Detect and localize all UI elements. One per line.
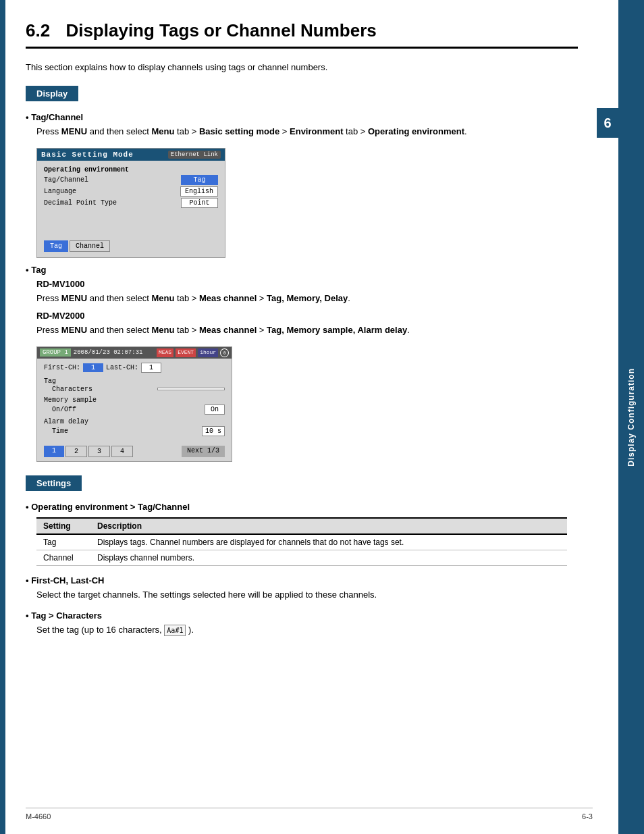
tag-chars-title: Tag > Characters (26, 610, 578, 621)
last-ch-label: Last-CH: (106, 364, 138, 371)
tag-mem-delay: Tag, Memory, Delay (267, 293, 348, 303)
bullet-tag: Tag RD-MV1000 Press MENU and then select… (26, 265, 578, 337)
meas-icon: MEAS (157, 348, 173, 357)
screen1-value-1[interactable]: Tag (181, 175, 218, 185)
memory-sample-label: Memory sample (44, 396, 225, 404)
bullet-tag-channel: Tag/Channel Press MENU and then select M… (26, 112, 578, 138)
first-ch-body: Select the target channels. The settings… (36, 588, 578, 602)
menu-bold-2: Menu (152, 126, 175, 136)
time-label: Time (52, 427, 202, 435)
screen1-row-3: Decimal Point Type Point (44, 198, 218, 208)
bullet-tag-channel-title: Tag/Channel (26, 112, 578, 122)
first-ch-label: First-CH: (44, 364, 80, 371)
section-title-text: Displaying Tags or Channel Numbers (65, 20, 376, 41)
circle-icon: ⊙ (220, 348, 229, 357)
screen2-tab-4[interactable]: 4 (111, 446, 133, 457)
tag-chars-bullet: Tag > Characters Set the tag (up to 16 c… (26, 610, 578, 637)
footer-left: M-4660 (26, 812, 51, 820)
display-badge: Display (26, 86, 78, 101)
bullet-tag-channel-body: Press MENU and then select Menu tab > Ba… (36, 125, 578, 138)
screen1-row-1: Tag/Channel Tag (44, 175, 218, 185)
footer: M-4660 6-3 (26, 808, 593, 820)
tag-chars-row: Characters (52, 386, 225, 393)
intro-text: This section explains how to display cha… (26, 62, 578, 72)
on-off-value[interactable]: On (205, 405, 225, 415)
tag-chars-body-end: ). (188, 625, 194, 635)
col-description: Description (90, 518, 567, 534)
screen1-label-3: Decimal Point Type (44, 199, 181, 207)
operating-env-bullet-title: Operating environment > Tag/Channel (26, 502, 578, 512)
screen2-icons: MEAS EVENT 1hour ⊙ (157, 348, 229, 357)
screen1-header-title: Basic Setting Mode (41, 151, 134, 159)
screen2-ch-row: First-CH: 1 Last-CH: 1 (44, 363, 225, 373)
time-value[interactable]: 10 s (202, 426, 225, 436)
tag-chars-body: Set the tag (up to 16 characters, Aa#1 )… (36, 623, 578, 637)
description-channel: Displays channel numbers. (90, 550, 567, 565)
menu-bold-rv2000: MENU (61, 325, 87, 335)
screen1-body: Operating environment Tag/Channel Tag La… (37, 161, 225, 257)
section-num: 6.2 (26, 20, 50, 41)
menu-bold-rv1000: MENU (61, 293, 87, 303)
characters-label: Characters (52, 386, 157, 393)
screen1-tabs: Tag Channel (44, 240, 218, 252)
memory-on-off-row: On/Off On (52, 405, 225, 415)
alarm-time-row: Time 10 s (52, 426, 225, 436)
screen1-header: Basic Setting Mode Ethernet Link (37, 149, 225, 161)
screen1-header-link: Ethernet Link (168, 151, 221, 159)
memory-sample-text: Memory sample (44, 396, 97, 404)
screen2-mockup: GROUP 1 2008/01/23 02:07:31 MEAS EVENT 1… (36, 346, 232, 462)
screen2-group: GROUP 1 (40, 348, 71, 357)
environment-bold: Environment (290, 126, 343, 136)
content-area: 6.2 Displaying Tags or Channel Numbers T… (5, 0, 618, 834)
event-icon: EVENT (176, 348, 196, 357)
tag-section-label: Tag (44, 377, 225, 385)
screen1-section-label: Operating environment (44, 166, 218, 174)
rdmv2000-label: RD-MV2000 (36, 309, 578, 323)
footer-right: 6-3 (582, 812, 593, 820)
characters-value[interactable] (157, 388, 225, 390)
screen1-tab-channel[interactable]: Channel (70, 240, 110, 252)
hour-icon: 1hour (198, 348, 218, 357)
settings-badge: Settings (26, 475, 82, 491)
menu-bold-rv1000-2: Menu (152, 293, 175, 303)
first-ch-bullet: First-CH, Last-CH Select the target chan… (26, 575, 578, 602)
alarm-delay-label: Alarm delay (44, 418, 225, 425)
screen1-value-3[interactable]: Point (181, 198, 218, 208)
screen2-tab-1[interactable]: 1 (44, 446, 64, 457)
operating-env-bold: Operating environment (368, 126, 464, 136)
settings-section: Settings (26, 475, 578, 502)
screen2-tab-2[interactable]: 2 (65, 446, 87, 457)
screen2-date: 2008/01/23 02:07:31 (74, 349, 143, 356)
screen1-label-2: Language (44, 188, 180, 195)
on-off-label: On/Off (52, 406, 205, 413)
rdmv1000-body: Press MENU and then select Menu tab > Me… (36, 292, 578, 305)
screen2-tab-next[interactable]: Next 1/3 (182, 446, 225, 457)
basic-setting-bold: Basic setting mode (199, 126, 279, 136)
screen1-label-1: Tag/Channel (44, 176, 181, 184)
screen2-tab-3[interactable]: 3 (88, 446, 110, 457)
sidebar-label: Display Configuration (626, 368, 636, 467)
table-header-row: Setting Description (36, 518, 567, 534)
screen2-tabs: 1 2 3 4 Next 1/3 (44, 446, 225, 457)
last-ch-value[interactable]: 1 (141, 363, 161, 373)
screen1-tab-tag[interactable]: Tag (44, 240, 68, 252)
screen1-row-2: Language English (44, 186, 218, 197)
table-row: Tag Displays tags. Channel numbers are d… (36, 534, 567, 550)
screen1-mockup: Basic Setting Mode Ethernet Link Operati… (36, 148, 225, 258)
page-container: 6.2 Displaying Tags or Channel Numbers T… (0, 0, 644, 834)
operating-env-bullet: Operating environment > Tag/Channel Sett… (26, 502, 578, 566)
screen2-header: GROUP 1 2008/01/23 02:07:31 MEAS EVENT 1… (37, 347, 232, 359)
setting-channel: Channel (36, 550, 90, 565)
screen1-value-2[interactable]: English (180, 186, 218, 197)
first-ch-value[interactable]: 1 (83, 363, 103, 372)
tag-chars-body-text: Set the tag (up to 16 characters, (36, 625, 164, 635)
setting-tag: Tag (36, 534, 90, 550)
alarm-delay-text: Alarm delay (44, 418, 88, 425)
right-sidebar: Display Configuration (618, 0, 644, 834)
settings-table: Setting Description Tag Displays tags. C… (36, 517, 567, 566)
description-tag: Displays tags. Channel numbers are displ… (90, 534, 567, 550)
tag-label: Tag (44, 377, 56, 385)
bullet-tag-title: Tag (26, 265, 578, 275)
tag-mem-sample-alarm: Tag, Memory sample, Alarm delay (267, 325, 407, 335)
col-setting: Setting (36, 518, 90, 534)
